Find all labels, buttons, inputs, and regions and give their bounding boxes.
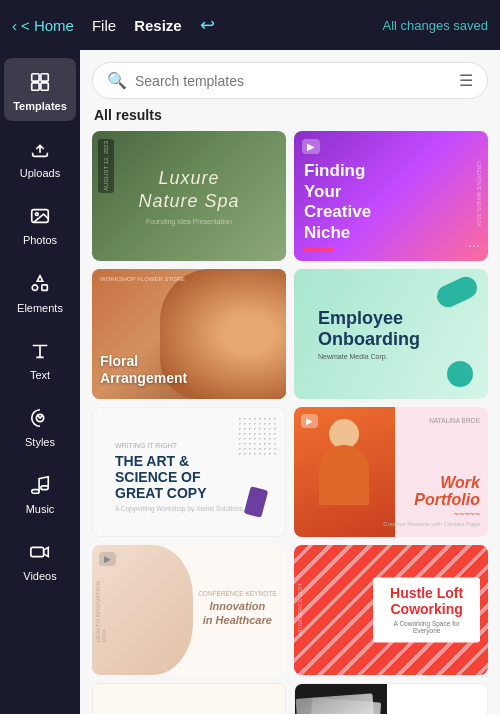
elements-icon — [26, 270, 54, 298]
main-layout: Templates Uploads Photos — [0, 50, 500, 714]
card-6-squiggle: ~~~~~ — [383, 509, 480, 519]
svg-rect-2 — [32, 83, 39, 90]
svg-point-5 — [35, 213, 38, 216]
tag-vertical: AUGUST 12, 2023 — [98, 139, 114, 193]
card-1-title: LuxureNature Spa — [138, 167, 239, 214]
sidebar: Templates Uploads Photos — [0, 50, 80, 714]
svg-rect-9 — [31, 548, 44, 557]
play-btn-7: ▶ — [99, 552, 116, 566]
card-4-subtitle: Newmate Media Corp. — [318, 353, 420, 360]
text-icon — [26, 337, 54, 365]
template-card-floral[interactable]: WORKSHOP FLOWER STORE FloralArrangement — [92, 269, 286, 399]
sidebar-uploads-label: Uploads — [20, 167, 60, 180]
back-arrow-icon: ‹ — [12, 17, 17, 34]
filter-icon[interactable]: ☰ — [459, 71, 473, 90]
top-nav: ‹ < Home File Resize ↩ All changes saved — [0, 0, 500, 50]
template-card-hustle-loft[interactable]: WORKSPACE 2024 Hustle LoftCoworking A Co… — [294, 545, 488, 675]
photos-icon — [26, 202, 54, 230]
template-card-healthcare[interactable]: ▶ HEALTH INNOVATION 2024 CONFERENCE KEYN… — [92, 545, 286, 675]
sidebar-elements-label: Elements — [17, 302, 63, 315]
sidebar-item-styles[interactable]: Styles — [4, 394, 76, 457]
card-2-title: FindingYourCreativeNiche — [304, 161, 371, 243]
card-1-subtitle: Founding Idea Presentation — [138, 218, 239, 225]
music-icon — [26, 471, 54, 499]
results-label: All results — [80, 107, 500, 131]
card-6-title: WorkPortfolio — [383, 474, 480, 509]
styles-icon — [26, 404, 54, 432]
template-card-work-portfolio[interactable]: ▶ NATALINA BROE WorkPortfolio ~~~~~ Crea… — [294, 407, 488, 537]
card-3-small: WORKSHOP FLOWER STORE — [100, 276, 185, 282]
sidebar-item-uploads[interactable]: Uploads — [4, 125, 76, 188]
card-8-subtitle: A Coworking Space for Everyone — [383, 621, 470, 635]
template-card-minimalist-design[interactable]: Introductionto MinimalistDesign Presente… — [294, 683, 488, 714]
save-status: All changes saved — [382, 18, 488, 33]
search-input[interactable] — [135, 73, 451, 89]
template-card-great-copy[interactable]: WRITING IT RIGHT THE ART &SCIENCE OFGREA… — [92, 407, 286, 537]
card-2-line — [304, 248, 334, 251]
template-card-project-poetry[interactable]: PAR EDITEUR CO. A CORNER OF AUTUMN, INSI… — [92, 683, 286, 714]
sidebar-item-photos[interactable]: Photos — [4, 192, 76, 255]
templates-icon — [26, 68, 54, 96]
card-6-caption: Creative Resume with Contact Page — [383, 521, 480, 527]
sidebar-item-videos[interactable]: Videos — [4, 528, 76, 591]
sidebar-item-text[interactable]: Text — [4, 327, 76, 390]
more-dots-2[interactable]: ··· — [468, 237, 480, 253]
template-card-luxure-nature-spa[interactable]: AUGUST 12, 2023 LuxureNature Spa Foundin… — [92, 131, 286, 261]
play-button-2: ▶ — [302, 139, 320, 154]
side-label-2: CREATIVE MINDS 2024 — [476, 161, 482, 227]
sidebar-item-elements[interactable]: Elements — [4, 260, 76, 323]
sidebar-item-templates[interactable]: Templates — [4, 58, 76, 121]
videos-icon — [26, 538, 54, 566]
sidebar-item-music[interactable]: Music — [4, 461, 76, 524]
sidebar-templates-label: Templates — [13, 100, 67, 113]
svg-rect-0 — [32, 74, 39, 81]
sidebar-photos-label: Photos — [23, 234, 57, 247]
file-menu[interactable]: File — [92, 17, 116, 34]
card-8-side: WORKSPACE 2024 — [297, 583, 303, 637]
sidebar-music-label: Music — [26, 503, 55, 516]
svg-rect-6 — [42, 284, 48, 290]
card-7-side-label: HEALTH INNOVATION 2024 — [95, 578, 107, 643]
sidebar-styles-label: Styles — [25, 436, 55, 449]
resize-menu[interactable]: Resize — [134, 17, 182, 34]
template-card-employee-onboarding[interactable]: EmployeeOnboarding Newmate Media Corp. — [294, 269, 488, 399]
template-grid: AUGUST 12, 2023 LuxureNature Spa Foundin… — [80, 131, 500, 714]
card-7-title: Innovationin Healthcare — [195, 600, 280, 628]
svg-point-7 — [32, 284, 38, 290]
card-4-title: EmployeeOnboarding — [318, 308, 420, 349]
home-label: < Home — [21, 17, 74, 34]
search-icon: 🔍 — [107, 71, 127, 90]
uploads-icon — [26, 135, 54, 163]
home-back-button[interactable]: ‹ < Home — [12, 17, 74, 34]
card-3-title: FloralArrangement — [100, 353, 187, 387]
search-bar: 🔍 ☰ — [92, 62, 488, 99]
content-area: 🔍 ☰ All results AUGUST 12, 2023 LuxureNa… — [80, 50, 500, 714]
play-button-6: ▶ — [301, 414, 318, 428]
svg-rect-3 — [41, 83, 48, 90]
card-8-title: Hustle LoftCoworking — [383, 585, 470, 617]
undo-icon[interactable]: ↩ — [200, 14, 215, 36]
sidebar-text-label: Text — [30, 369, 50, 382]
sidebar-videos-label: Videos — [23, 570, 56, 583]
card-7-small: CONFERENCE KEYNOTE — [195, 590, 280, 597]
svg-rect-1 — [41, 74, 48, 81]
template-card-creative-niche[interactable]: ▶ CREATIVE MINDS 2024 FindingYourCreativ… — [294, 131, 488, 261]
card-6-author: NATALINA BROE — [429, 417, 480, 424]
